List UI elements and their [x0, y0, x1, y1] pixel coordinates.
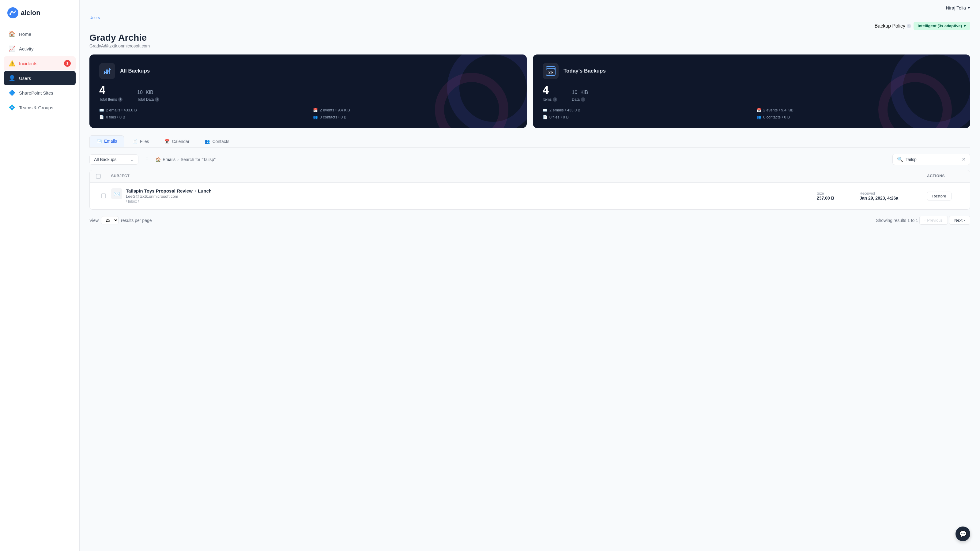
filter-bar: All Backups ⌄ ⋮ 🏠 Emails › Search for "T…: [89, 154, 970, 165]
email-detail-text: 2 emails • 433.0 B: [106, 108, 137, 112]
filter-options-button[interactable]: ⋮: [142, 155, 153, 164]
sidebar-item-home[interactable]: 🏠 Home: [4, 27, 76, 41]
activity-icon: 📈: [9, 45, 15, 52]
contacts-detail-icon: 👥: [313, 115, 318, 119]
svg-rect-4: [109, 68, 110, 74]
size-column-header: [817, 174, 860, 179]
sidebar-item-incidents[interactable]: ⚠️ Incidents 1: [4, 56, 76, 70]
previous-chevron-icon: ‹: [924, 218, 926, 222]
events-detail-text: 2 events • 9.4 KiB: [320, 108, 350, 112]
all-backups-card: All Backups 4 Total Items ℹ 10 KiB: [89, 54, 527, 128]
todays-data-value: 10 KiB: [572, 84, 588, 97]
tab-calendar-icon: 📅: [164, 139, 170, 144]
breadcrumb[interactable]: Users: [89, 15, 970, 20]
email-detail-icon: ✉️: [99, 108, 104, 112]
email-cell: ✉️ Tailspin Toys Proposal Review + Lunch…: [111, 188, 817, 203]
todays-backups-card: ▬▬▬ 26 Today's Backups 4 Items ℹ: [533, 54, 970, 128]
received-value: Jan 29, 2023, 4:26a: [860, 195, 927, 200]
all-backups-detail-emails: ✉️ 2 emails • 433.0 B: [99, 108, 303, 112]
all-backups-icon: [99, 63, 115, 79]
restore-button[interactable]: Restore: [927, 192, 951, 200]
policy-row: Backup Policy ℹ Intelligent (3x adaptive…: [89, 22, 970, 30]
todays-data-info[interactable]: ℹ: [581, 97, 585, 102]
user-name: Niraj Tolia: [946, 5, 966, 10]
results-per-page-label: results per page: [121, 218, 151, 223]
all-backups-items-value: 4: [99, 84, 123, 97]
tab-calendar[interactable]: 📅 Calendar: [158, 135, 197, 147]
policy-label: Backup Policy ℹ: [875, 23, 911, 29]
files-detail-text: 0 files • 0 B: [106, 115, 125, 119]
chat-widget[interactable]: 💬: [956, 527, 970, 541]
all-backups-data-info[interactable]: ℹ: [155, 97, 159, 102]
showing-results: Showing results 1 to 1: [876, 218, 918, 223]
todays-backups-icon: ▬▬▬ 26: [542, 63, 558, 79]
per-page-select[interactable]: 25: [101, 216, 119, 224]
received-column-header: [860, 174, 927, 179]
row-checkbox-cell: [96, 194, 111, 198]
incidents-badge: 1: [64, 60, 71, 67]
search-box: 🔍 ✕: [892, 154, 970, 165]
all-backups-detail-files: 📄 0 files • 0 B: [99, 115, 303, 119]
table-header: SUBJECT ACTIONS: [90, 170, 970, 183]
sidebar-item-sharepoint[interactable]: 🔷 SharePoint Sites: [4, 86, 76, 100]
search-input[interactable]: [905, 157, 959, 162]
tab-files-label: Files: [140, 139, 149, 144]
todays-backups-numbers: 4 Items ℹ 10 KiB Data ℹ: [542, 84, 960, 102]
todays-items-info[interactable]: ℹ: [553, 97, 557, 102]
page-nav: Showing results 1 to 1 ‹ Previous Next ›: [876, 216, 970, 225]
search-icon: 🔍: [897, 156, 903, 162]
tab-files[interactable]: 📄 Files: [125, 135, 156, 147]
next-button[interactable]: Next ›: [949, 216, 970, 225]
user-menu[interactable]: Niraj Tolia ▾: [946, 5, 970, 10]
all-backups-detail-contacts: 👥 0 contacts • 0 B: [313, 115, 517, 119]
all-backups-items-info[interactable]: ℹ: [118, 97, 123, 102]
todays-items-label: Items: [542, 97, 552, 102]
page-subtitle: GradyA@tzxtk.onmicrosoft.com: [89, 43, 970, 48]
policy-badge[interactable]: Intelligent (3x adaptive) ▾: [913, 22, 970, 30]
sidebar-nav: 🏠 Home 📈 Activity ⚠️ Incidents 1 👤 Users…: [0, 24, 79, 551]
todays-detail-emails: ✉️ 2 emails • 433.0 B: [542, 108, 747, 112]
todays-backups-header: ▬▬▬ 26 Today's Backups: [542, 63, 960, 79]
users-icon: 👤: [9, 75, 15, 81]
search-clear-button[interactable]: ✕: [962, 156, 966, 162]
backup-filter-select[interactable]: All Backups ⌄: [89, 154, 138, 165]
all-backups-details: ✉️ 2 emails • 433.0 B 📅 2 events • 9.4 K…: [99, 108, 517, 119]
previous-button[interactable]: ‹ Previous: [920, 216, 948, 225]
all-backups-header: All Backups: [99, 63, 517, 79]
sharepoint-icon: 🔷: [9, 89, 15, 96]
email-table: SUBJECT ACTIONS ✉️ Tailspin Toys Proposa…: [89, 170, 970, 210]
todays-detail-events: 📅 2 events • 9.4 KiB: [756, 108, 960, 112]
all-backups-detail-events: 📅 2 events • 9.4 KiB: [313, 108, 517, 112]
subject-column-header: SUBJECT: [111, 174, 817, 179]
sidebar-item-teams[interactable]: 💠 Teams & Groups: [4, 100, 76, 114]
email-info: Tailspin Toys Proposal Review + Lunch Le…: [126, 188, 212, 203]
row-checkbox[interactable]: [101, 194, 106, 198]
pagination-row: View 25 results per page Showing results…: [89, 216, 970, 225]
top-bar: Niraj Tolia ▾: [80, 0, 980, 15]
received-label: Received: [860, 191, 927, 195]
tab-contacts-icon: 👥: [205, 139, 210, 144]
backup-filter-chevron: ⌄: [130, 157, 134, 162]
filter-path-search: Search for "Tailsp": [181, 157, 216, 162]
tab-contacts[interactable]: 👥 Contacts: [197, 135, 236, 147]
user-chevron-icon: ▾: [968, 5, 970, 10]
actions-column-header: ACTIONS: [927, 174, 964, 179]
filter-path: 🏠 Emails › Search for "Tailsp": [156, 157, 889, 162]
all-backups-items-label: Total Items: [99, 97, 117, 102]
sidebar-item-activity[interactable]: 📈 Activity: [4, 41, 76, 56]
all-backups-numbers: 4 Total Items ℹ 10 KiB Total Data ℹ: [99, 84, 517, 102]
sidebar-item-label: Teams & Groups: [19, 105, 53, 110]
select-all-checkbox[interactable]: [96, 174, 101, 179]
tab-files-icon: 📄: [132, 139, 137, 144]
email-folder: / Inbox /: [126, 199, 212, 203]
next-chevron-icon: ›: [964, 218, 965, 222]
incidents-icon: ⚠️: [9, 60, 15, 67]
all-backups-data-label: Total Data: [137, 97, 154, 102]
logo[interactable]: alcion: [0, 0, 79, 24]
header-check: [96, 174, 111, 179]
policy-info-icon[interactable]: ℹ: [907, 24, 911, 28]
page-content: Users Backup Policy ℹ Intelligent (3x ad…: [80, 15, 980, 235]
tab-emails[interactable]: ✉️ Emails: [89, 135, 124, 147]
next-label: Next: [954, 218, 963, 222]
sidebar-item-users[interactable]: 👤 Users: [4, 71, 76, 85]
